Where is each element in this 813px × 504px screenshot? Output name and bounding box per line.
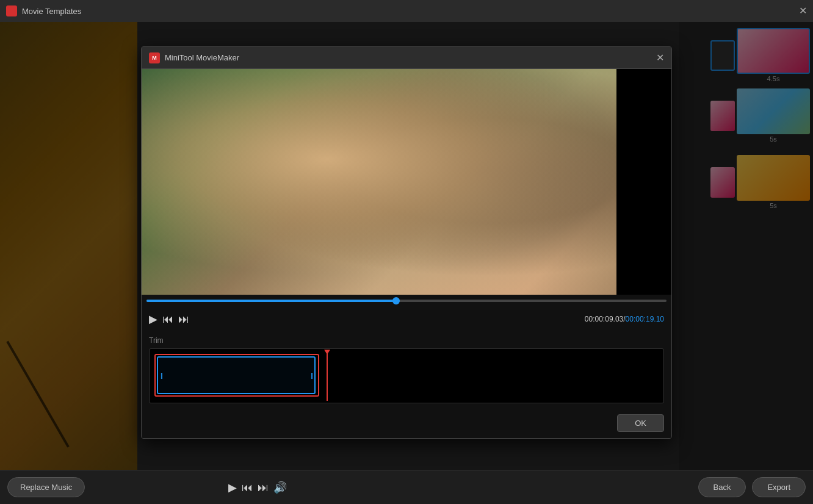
ok-button[interactable]: OK	[617, 414, 664, 432]
app-background: Movie Templates ✕ 4.5s	[0, 0, 813, 504]
title-bar: Movie Templates ✕	[0, 0, 813, 22]
app-title: Movie Templates	[22, 7, 81, 16]
step-back-button[interactable]: ⏮	[162, 314, 173, 325]
video-frame	[142, 69, 671, 295]
step-forward-button[interactable]: ⏭	[178, 314, 189, 325]
trim-section: Trim	[142, 331, 671, 408]
seek-bar[interactable]	[146, 300, 667, 302]
time-total: 00:00:19.10	[626, 315, 664, 323]
seek-bar-container	[142, 295, 671, 307]
video-right-letterbox	[616, 69, 671, 295]
export-button[interactable]: Export	[752, 477, 806, 497]
dialog-logo: M	[149, 52, 160, 63]
replace-music-button[interactable]: Replace Music	[7, 477, 85, 497]
dialog-title-bar: M MiniTool MovieMaker ✕	[142, 47, 671, 69]
play-button[interactable]: ▶	[149, 314, 157, 325]
main-step-back-button[interactable]: ⏮	[242, 482, 253, 493]
trim-timeline[interactable]	[149, 348, 664, 403]
time-display: 00:00:09.03/00:00:19.10	[585, 315, 664, 323]
video-preview	[142, 69, 671, 295]
seek-thumb	[392, 297, 400, 304]
app-bottom-bar: Replace Music ▶ ⏮ ⏭ 🔊 Back Export	[0, 470, 813, 504]
right-action-buttons: Back Export	[698, 477, 806, 497]
ok-row: OK	[142, 408, 671, 438]
dialog-title: MiniTool MovieMaker	[165, 53, 239, 62]
seek-fill	[146, 300, 396, 302]
dialog-close-button[interactable]: ✕	[656, 52, 664, 63]
main-area: 4.5s 5s	[0, 22, 813, 504]
time-current: 00:00:09.03	[585, 315, 623, 323]
video-content	[142, 69, 671, 295]
main-step-forward-button[interactable]: ⏭	[258, 482, 269, 493]
trim-handle[interactable]	[157, 356, 316, 394]
app-logo	[6, 5, 17, 16]
trim-playhead	[327, 352, 328, 401]
main-play-button[interactable]: ▶	[228, 482, 237, 493]
main-volume-button[interactable]: 🔊	[273, 482, 287, 493]
dialog: M MiniTool MovieMaker ✕	[141, 46, 672, 439]
app-close-button[interactable]: ✕	[799, 6, 807, 16]
dialog-overlay: M MiniTool MovieMaker ✕	[0, 22, 813, 470]
trim-label: Trim	[149, 336, 664, 345]
back-button[interactable]: Back	[698, 477, 746, 497]
controls-row: ▶ ⏮ ⏭ 00:00:09.03/00:00:19.10	[142, 307, 671, 331]
